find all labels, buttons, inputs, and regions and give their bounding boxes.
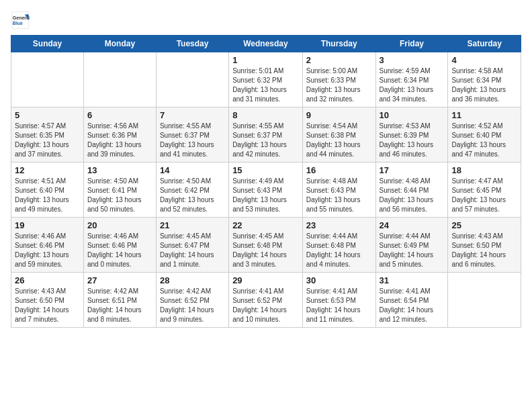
calendar-cell: 9Sunrise: 4:54 AMSunset: 6:38 PMDaylight… xyxy=(302,107,375,163)
calendar-table: SundayMondayTuesdayWednesdayThursdayFrid… xyxy=(11,35,521,328)
calendar-cell: 16Sunrise: 4:48 AMSunset: 6:43 PMDayligh… xyxy=(302,163,375,218)
date-number: 4 xyxy=(451,55,517,65)
cell-info: Sunrise: 4:41 AMSunset: 6:52 PMDaylight:… xyxy=(232,287,299,324)
cell-info: Sunrise: 4:50 AMSunset: 6:42 PMDaylight:… xyxy=(160,177,225,214)
cell-info: Sunrise: 4:56 AMSunset: 6:36 PMDaylight:… xyxy=(87,122,152,159)
day-header-tuesday: Tuesday xyxy=(156,36,228,52)
cell-info: Sunrise: 4:58 AMSunset: 6:34 PMDaylight:… xyxy=(451,66,517,104)
calendar-cell: 13Sunrise: 4:50 AMSunset: 6:41 PMDayligh… xyxy=(83,163,156,218)
calendar-cell: 31Sunrise: 4:41 AMSunset: 6:54 PMDayligh… xyxy=(375,273,448,328)
calendar-cell: 7Sunrise: 4:55 AMSunset: 6:37 PMDaylight… xyxy=(156,107,228,163)
cell-info: Sunrise: 4:59 AMSunset: 6:34 PMDaylight:… xyxy=(380,66,445,104)
date-number: 5 xyxy=(15,110,80,120)
cell-info: Sunrise: 4:49 AMSunset: 6:43 PMDaylight:… xyxy=(232,177,299,214)
cell-info: Sunrise: 4:55 AMSunset: 6:37 PMDaylight:… xyxy=(160,122,225,159)
cell-info: Sunrise: 4:44 AMSunset: 6:49 PMDaylight:… xyxy=(380,232,445,269)
calendar-cell: 10Sunrise: 4:53 AMSunset: 6:39 PMDayligh… xyxy=(375,107,448,163)
cell-info: Sunrise: 4:53 AMSunset: 6:39 PMDaylight:… xyxy=(380,122,445,159)
day-header-sunday: Sunday xyxy=(11,36,84,52)
date-number: 16 xyxy=(306,165,372,175)
date-number: 6 xyxy=(87,110,152,120)
calendar-cell: 20Sunrise: 4:46 AMSunset: 6:46 PMDayligh… xyxy=(83,218,156,273)
date-number: 11 xyxy=(451,110,517,120)
cell-info: Sunrise: 5:01 AMSunset: 6:32 PMDaylight:… xyxy=(232,66,299,104)
date-number: 28 xyxy=(160,275,225,285)
day-header-friday: Friday xyxy=(375,36,448,52)
calendar-cell xyxy=(11,52,84,107)
header-row: SundayMondayTuesdayWednesdayThursdayFrid… xyxy=(11,36,521,52)
cell-info: Sunrise: 4:46 AMSunset: 6:46 PMDaylight:… xyxy=(15,232,80,269)
calendar-cell: 23Sunrise: 4:44 AMSunset: 6:48 PMDayligh… xyxy=(302,218,375,273)
date-number: 14 xyxy=(160,165,225,175)
calendar-cell xyxy=(448,273,521,328)
date-number: 8 xyxy=(232,110,299,120)
cell-info: Sunrise: 4:44 AMSunset: 6:48 PMDaylight:… xyxy=(306,232,372,269)
calendar-cell: 14Sunrise: 4:50 AMSunset: 6:42 PMDayligh… xyxy=(156,163,228,218)
calendar-cell: 4Sunrise: 4:58 AMSunset: 6:34 PMDaylight… xyxy=(448,52,521,107)
calendar-cell: 6Sunrise: 4:56 AMSunset: 6:36 PMDaylight… xyxy=(83,107,156,163)
calendar-cell: 19Sunrise: 4:46 AMSunset: 6:46 PMDayligh… xyxy=(11,218,84,273)
date-number: 15 xyxy=(232,165,299,175)
cell-info: Sunrise: 4:41 AMSunset: 6:53 PMDaylight:… xyxy=(306,287,372,324)
svg-text:Blue: Blue xyxy=(13,21,23,26)
date-number: 23 xyxy=(306,220,372,230)
cell-info: Sunrise: 4:48 AMSunset: 6:43 PMDaylight:… xyxy=(306,177,372,214)
cell-info: Sunrise: 5:00 AMSunset: 6:33 PMDaylight:… xyxy=(306,66,372,104)
date-number: 20 xyxy=(87,220,152,230)
date-number: 3 xyxy=(380,55,445,65)
date-number: 19 xyxy=(15,220,80,230)
calendar-week-5: 26Sunrise: 4:43 AMSunset: 6:50 PMDayligh… xyxy=(11,273,521,328)
date-number: 12 xyxy=(15,165,80,175)
date-number: 10 xyxy=(380,110,445,120)
calendar-cell: 27Sunrise: 4:42 AMSunset: 6:51 PMDayligh… xyxy=(83,273,156,328)
date-number: 26 xyxy=(15,275,80,285)
page-header: General Blue xyxy=(11,11,521,30)
day-header-thursday: Thursday xyxy=(302,36,375,52)
calendar-cell: 15Sunrise: 4:49 AMSunset: 6:43 PMDayligh… xyxy=(229,163,303,218)
logo-icon: General Blue xyxy=(11,11,30,30)
calendar-cell: 30Sunrise: 4:41 AMSunset: 6:53 PMDayligh… xyxy=(302,273,375,328)
cell-info: Sunrise: 4:55 AMSunset: 6:37 PMDaylight:… xyxy=(232,122,299,159)
cell-info: Sunrise: 4:45 AMSunset: 6:47 PMDaylight:… xyxy=(160,232,225,269)
calendar-cell: 11Sunrise: 4:52 AMSunset: 6:40 PMDayligh… xyxy=(448,107,521,163)
logo: General Blue xyxy=(11,11,32,30)
date-number: 21 xyxy=(160,220,225,230)
calendar-cell: 18Sunrise: 4:47 AMSunset: 6:45 PMDayligh… xyxy=(448,163,521,218)
calendar-cell: 29Sunrise: 4:41 AMSunset: 6:52 PMDayligh… xyxy=(229,273,303,328)
calendar-week-1: 1Sunrise: 5:01 AMSunset: 6:32 PMDaylight… xyxy=(11,52,521,107)
cell-info: Sunrise: 4:51 AMSunset: 6:40 PMDaylight:… xyxy=(15,177,80,214)
cell-info: Sunrise: 4:50 AMSunset: 6:41 PMDaylight:… xyxy=(87,177,152,214)
date-number: 7 xyxy=(160,110,225,120)
calendar-week-4: 19Sunrise: 4:46 AMSunset: 6:46 PMDayligh… xyxy=(11,218,521,273)
calendar-cell: 5Sunrise: 4:57 AMSunset: 6:35 PMDaylight… xyxy=(11,107,84,163)
cell-info: Sunrise: 4:41 AMSunset: 6:54 PMDaylight:… xyxy=(380,287,445,324)
cell-info: Sunrise: 4:45 AMSunset: 6:48 PMDaylight:… xyxy=(232,232,299,269)
date-number: 1 xyxy=(232,55,299,65)
date-number: 25 xyxy=(451,220,517,230)
date-number: 27 xyxy=(87,275,152,285)
calendar-cell: 22Sunrise: 4:45 AMSunset: 6:48 PMDayligh… xyxy=(229,218,303,273)
cell-info: Sunrise: 4:54 AMSunset: 6:38 PMDaylight:… xyxy=(306,122,372,159)
date-number: 30 xyxy=(306,275,372,285)
calendar-cell: 17Sunrise: 4:48 AMSunset: 6:44 PMDayligh… xyxy=(375,163,448,218)
cell-info: Sunrise: 4:43 AMSunset: 6:50 PMDaylight:… xyxy=(15,287,80,324)
calendar-cell: 21Sunrise: 4:45 AMSunset: 6:47 PMDayligh… xyxy=(156,218,228,273)
cell-info: Sunrise: 4:43 AMSunset: 6:50 PMDaylight:… xyxy=(451,232,517,269)
calendar-cell: 28Sunrise: 4:42 AMSunset: 6:52 PMDayligh… xyxy=(156,273,228,328)
svg-rect-0 xyxy=(11,11,28,28)
cell-info: Sunrise: 4:42 AMSunset: 6:51 PMDaylight:… xyxy=(87,287,152,324)
cell-info: Sunrise: 4:48 AMSunset: 6:44 PMDaylight:… xyxy=(380,177,445,214)
calendar-cell: 2Sunrise: 5:00 AMSunset: 6:33 PMDaylight… xyxy=(302,52,375,107)
date-number: 31 xyxy=(380,275,445,285)
cell-info: Sunrise: 4:47 AMSunset: 6:45 PMDaylight:… xyxy=(451,177,517,214)
calendar-cell xyxy=(83,52,156,107)
calendar-cell: 24Sunrise: 4:44 AMSunset: 6:49 PMDayligh… xyxy=(375,218,448,273)
calendar-cell xyxy=(156,52,228,107)
date-number: 13 xyxy=(87,165,152,175)
date-number: 9 xyxy=(306,110,372,120)
calendar-cell: 1Sunrise: 5:01 AMSunset: 6:32 PMDaylight… xyxy=(229,52,303,107)
date-number: 22 xyxy=(232,220,299,230)
cell-info: Sunrise: 4:46 AMSunset: 6:46 PMDaylight:… xyxy=(87,232,152,269)
date-number: 24 xyxy=(380,220,445,230)
calendar-cell: 12Sunrise: 4:51 AMSunset: 6:40 PMDayligh… xyxy=(11,163,84,218)
